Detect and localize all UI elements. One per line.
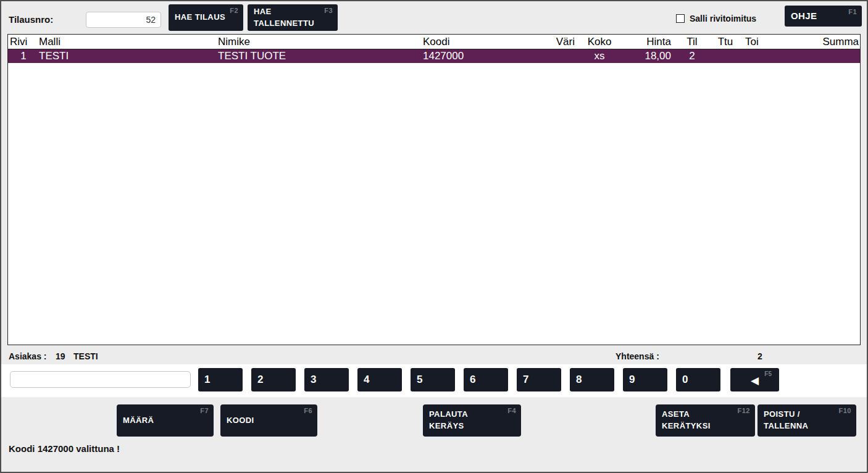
backspace-button[interactable]: ◀ F5	[730, 368, 779, 391]
order-lines-table: Rivi Malli Nimike Koodi Väri Koko Hinta …	[7, 34, 861, 345]
table-header-row: Rivi Malli Nimike Koodi Väri Koko Hinta …	[8, 35, 860, 49]
numpad-key-9[interactable]: 9	[623, 368, 667, 391]
cell-hinta: 18,00	[624, 50, 674, 62]
allow-row-delivery-label: Salli rivitoimitus	[690, 14, 756, 23]
numpad-key-5[interactable]: 5	[411, 368, 455, 391]
fetch-order-fkey: F2	[230, 7, 238, 14]
numpad-key-3[interactable]: 3	[304, 368, 349, 391]
help-fkey: F1	[848, 8, 857, 15]
summary-row: Asiakas : 19 TESTI Yhteensä : 2	[1, 345, 867, 364]
customer-label: Asiakas :	[9, 351, 46, 361]
table-row[interactable]: 1 TESTI TESTI TUOTE 1427000 xs 18,00 2	[8, 49, 860, 63]
backspace-fkey: F5	[764, 370, 772, 377]
help-button[interactable]: OHJE F1	[785, 6, 862, 27]
backspace-icon: ◀	[751, 374, 759, 387]
order-number-label: Tilausnro:	[9, 14, 53, 25]
status-message: Koodi 1427000 valittuna !	[9, 443, 120, 454]
fetch-saved-button[interactable]: HAE TALLENNETTU F3	[248, 4, 338, 31]
cell-koodi: 1427000	[422, 50, 533, 62]
customer-id: 19	[56, 351, 65, 361]
col-header-hinta: Hinta	[624, 36, 674, 48]
top-bar: Tilausnro: HAE TILAUS F2 HAE TALLENNETTU…	[1, 1, 867, 34]
fetch-order-label: HAE TILAUS	[175, 12, 225, 23]
numpad-key-2[interactable]: 2	[251, 368, 296, 391]
app-window: Tilausnro: HAE TILAUS F2 HAE TALLENNETTU…	[0, 0, 868, 473]
col-header-til: Til	[674, 36, 711, 48]
col-header-ttu: Ttu	[711, 36, 740, 48]
code-fkey: F6	[304, 407, 312, 414]
allow-row-delivery-checkbox[interactable]: Salli rivitoimitus	[676, 14, 756, 23]
exit-save-fkey: F10	[839, 407, 851, 414]
restore-picking-button[interactable]: PALAUTA KERÄYS F4	[423, 404, 521, 437]
entry-input[interactable]	[10, 371, 191, 388]
fetch-saved-label: HAE TALLENNETTU	[254, 6, 313, 30]
cell-nimike: TESTI TUOTE	[218, 50, 422, 62]
customer-name: TESTI	[73, 351, 98, 361]
quantity-label: MÄÄRÄ	[123, 415, 154, 427]
col-header-koodi: Koodi	[422, 36, 533, 48]
restore-picking-label: PALAUTA KERÄYS	[429, 409, 482, 432]
col-header-toi: Toi	[740, 36, 777, 48]
fetch-saved-fkey: F3	[324, 7, 333, 14]
total-value: 2	[757, 351, 762, 361]
cell-rivi: 1	[8, 50, 39, 62]
help-label: OHJE	[791, 9, 817, 23]
function-button-row: MÄÄRÄ F7 KOODI F6 PALAUTA KERÄYS F4 ASET…	[1, 397, 867, 440]
status-bar: Koodi 1427000 valittuna !	[9, 443, 120, 454]
numpad-key-7[interactable]: 7	[517, 368, 561, 391]
code-button[interactable]: KOODI F6	[220, 404, 317, 437]
numpad-strip: 1 2 3 4 5 6 7 8 9 0 ◀ F5	[1, 364, 867, 397]
total-label: Yhteensä :	[616, 351, 659, 361]
fetch-order-button[interactable]: HAE TILAUS F2	[169, 4, 243, 31]
set-picked-button[interactable]: ASETA KERÄTYKSI F12	[656, 404, 755, 437]
col-header-koko: Koko	[575, 36, 624, 48]
set-picked-fkey: F12	[738, 407, 750, 414]
col-header-rivi: Rivi	[8, 36, 39, 48]
numpad-key-0[interactable]: 0	[676, 368, 720, 391]
code-label: KOODI	[227, 415, 254, 427]
quantity-button[interactable]: MÄÄRÄ F7	[117, 404, 214, 437]
restore-picking-fkey: F4	[507, 407, 516, 414]
cell-til: 2	[674, 50, 711, 62]
exit-save-label: POISTU / TALLENNA	[764, 409, 825, 432]
numpad-key-1[interactable]: 1	[198, 368, 243, 391]
col-header-summa: Summa	[777, 36, 860, 48]
quantity-fkey: F7	[200, 407, 209, 414]
numpad-key-4[interactable]: 4	[357, 368, 402, 391]
col-header-vari: Väri	[533, 36, 575, 48]
col-header-malli: Malli	[39, 36, 218, 48]
order-number-input[interactable]	[86, 12, 161, 28]
exit-save-button[interactable]: POISTU / TALLENNA F10	[757, 404, 856, 437]
numpad-key-6[interactable]: 6	[464, 368, 508, 391]
cell-malli: TESTI	[39, 50, 218, 62]
cell-koko: xs	[575, 50, 624, 62]
numpad-key-8[interactable]: 8	[570, 368, 614, 391]
set-picked-label: ASETA KERÄTYKSI	[662, 409, 720, 432]
col-header-nimike: Nimike	[218, 36, 422, 48]
checkbox-icon[interactable]	[676, 14, 685, 23]
